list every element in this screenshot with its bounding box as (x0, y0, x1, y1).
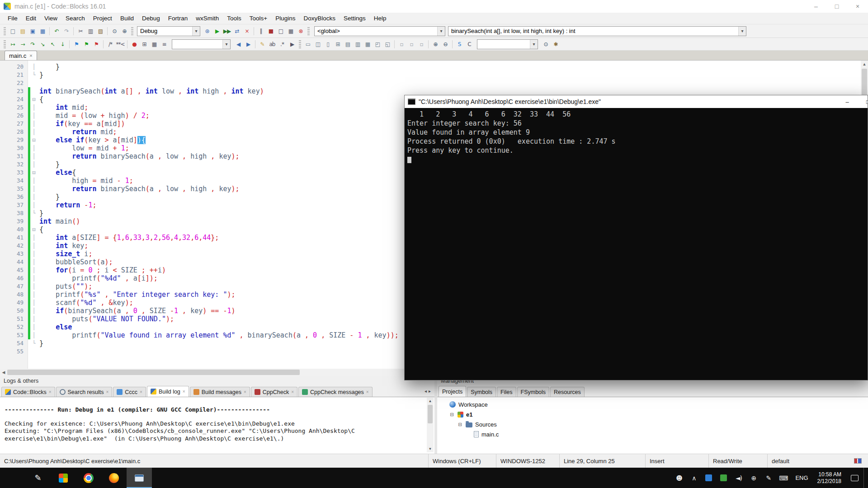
debug-window-icon[interactable]: □ (276, 26, 286, 36)
wxsmith-content-icon[interactable]: C (464, 39, 474, 49)
save-all-icon[interactable]: ▦ (38, 26, 47, 36)
touch-keyboard-icon[interactable]: ⌨ (776, 468, 791, 488)
block-comment-icon[interactable]: /* (105, 39, 115, 49)
run-to-cursor-icon[interactable]: → (18, 39, 28, 49)
next-bookmark-icon[interactable]: ⚑ (91, 39, 101, 49)
build-and-run-icon[interactable]: ▶▶ (222, 26, 232, 36)
close-tab-icon[interactable]: × (244, 389, 246, 394)
find-icon[interactable]: ⊙ (109, 26, 119, 36)
console-titlebar[interactable]: "C:\Users\Phuong Anh\Desktop\C exercise\… (405, 95, 868, 108)
nav-forward-icon[interactable]: ▶ (243, 39, 253, 49)
next-instruction-icon[interactable]: ↓ (57, 39, 67, 49)
undo-icon[interactable]: ↶ (52, 26, 61, 36)
tabs-scroll-right-icon[interactable]: ▸ (429, 389, 431, 394)
next-line-icon[interactable]: ↷ (28, 39, 38, 49)
hidden-icons-chevron[interactable]: ∧ (686, 468, 701, 488)
fold-marker-icon[interactable]: ⊟ (30, 225, 38, 234)
debugging-windows-icon[interactable]: ▦ (286, 26, 296, 36)
tray-green-app-icon[interactable] (720, 474, 727, 481)
menu-plugins[interactable]: Plugins (271, 15, 299, 22)
debugger-target-combo[interactable]: ▾ (172, 39, 231, 49)
action-center-icon[interactable] (851, 475, 859, 481)
toolbar-grip[interactable] (4, 27, 6, 35)
toolbar-grip[interactable] (299, 40, 301, 48)
toolbar-grip[interactable] (4, 40, 6, 48)
save-icon[interactable]: ▣ (28, 26, 38, 36)
chevron-down-icon[interactable]: ▾ (192, 27, 200, 36)
code-line[interactable]: 23int binarySeach(int a[] , int low , in… (0, 87, 861, 95)
taskbar-app-colors[interactable] (51, 468, 76, 488)
replace-icon[interactable]: ⊕ (119, 26, 129, 36)
console-minimize-button[interactable]: – (837, 95, 858, 108)
chevron-down-icon[interactable]: ▾ (530, 40, 538, 49)
management-tab-symbols[interactable]: Symbols (467, 387, 496, 397)
tree-expander-icon[interactable]: ⊟ (449, 412, 455, 417)
tree-item-e1[interactable]: ⊟e1 (437, 409, 868, 419)
scroll-down-icon[interactable]: ▼ (427, 446, 434, 452)
management-tab-fsymbols[interactable]: FSymbols (517, 387, 550, 397)
maximize-button[interactable]: □ (826, 0, 847, 13)
build-icon[interactable]: ⊛ (202, 26, 212, 36)
close-button[interactable]: × (847, 0, 868, 13)
corner-top-icon[interactable]: ◰ (373, 39, 382, 49)
people-icon[interactable]: ☻ (671, 468, 686, 488)
start-button[interactable] (0, 468, 25, 488)
volume-icon[interactable]: ◄) (731, 468, 746, 488)
minimize-button[interactable]: – (806, 0, 826, 13)
menu-build[interactable]: Build (116, 15, 138, 22)
corner-bottom-icon[interactable]: ◱ (382, 39, 392, 49)
fold-marker-icon[interactable]: ⊟ (30, 95, 38, 103)
tab-main-c[interactable]: main.c × (5, 51, 37, 60)
log-scroll-thumb[interactable] (428, 405, 433, 423)
step-into-icon[interactable]: ↘ (38, 39, 47, 49)
grid-icon[interactable]: ⊞ (333, 39, 343, 49)
tab-close-icon[interactable]: × (29, 53, 32, 58)
tabs-scroll-left-icon[interactable]: ◂ (425, 389, 427, 394)
rebuild-icon[interactable]: ⇄ (232, 26, 242, 36)
nav-back-icon[interactable]: ◀ (233, 39, 243, 49)
log-tab-search-results[interactable]: Search results× (56, 387, 113, 397)
toggle-bookmark-icon[interactable]: ⚑ (71, 39, 81, 49)
align-left-icon[interactable]: ▭ (303, 39, 313, 49)
incremental-search-icon[interactable]: ⊙ (541, 39, 551, 49)
close-tab-icon[interactable]: × (140, 389, 142, 394)
management-tab-resources[interactable]: Resources (550, 387, 585, 397)
menu-wxsmith[interactable]: wxSmith (192, 15, 223, 22)
log-tab-code-blocks[interactable]: Code::Blocks× (1, 387, 55, 397)
stop-icon[interactable]: ■ (266, 26, 276, 36)
doxygen-comment-icon[interactable]: **< (115, 39, 125, 49)
menu-settings[interactable]: Settings (340, 15, 370, 22)
fold-marker-icon[interactable]: ⊟ (30, 136, 38, 144)
log-tab-build-log[interactable]: Build log× (147, 386, 189, 397)
toolbar-grip[interactable] (131, 27, 133, 35)
taskbar-app-firefox[interactable] (101, 468, 127, 488)
tray-blue-app-icon[interactable] (705, 474, 712, 481)
windows-ink-icon[interactable]: ✎ (761, 468, 776, 488)
match-case-icon[interactable]: ab (267, 39, 277, 49)
dashed-box-3-icon[interactable]: ▫ (416, 39, 426, 49)
prev-bookmark-icon[interactable]: ⚑ (81, 39, 91, 49)
taskbar-app-chrome[interactable] (76, 468, 101, 488)
log-tab-cppcheck-messages[interactable]: CppCheck messages× (298, 387, 373, 397)
new-file-icon[interactable]: □ (8, 26, 18, 36)
menu-edit[interactable]: Edit (22, 15, 40, 22)
show-desktop-button[interactable] (863, 468, 867, 488)
titlebar[interactable]: main.c [e1] - Code::Blocks 16.01 – □ × (0, 0, 868, 13)
menu-help[interactable]: Help (370, 15, 391, 22)
run-icon[interactable]: ▶ (212, 26, 222, 36)
search-combo[interactable]: ▾ (477, 39, 538, 49)
taskbar-app-active-window[interactable] (127, 468, 152, 488)
memory-dump-icon[interactable]: ▦ (149, 39, 159, 49)
clock[interactable]: 10:58 AM 2/12/2018 (813, 468, 846, 488)
fold-marker-icon[interactable]: ⊟ (30, 169, 38, 177)
cut-icon[interactable]: ✂ (75, 26, 85, 36)
management-tab-projects[interactable]: Projects (439, 386, 466, 397)
tree-expander-icon[interactable]: ⊟ (457, 422, 463, 427)
menu-tools[interactable]: Tools (223, 15, 245, 22)
language-indicator[interactable]: ENG (791, 468, 812, 488)
toolbar-grip[interactable] (307, 27, 310, 35)
chevron-down-icon[interactable]: ▾ (738, 27, 746, 36)
chevron-down-icon[interactable]: ▾ (222, 40, 230, 49)
close-tab-icon[interactable]: × (49, 389, 52, 394)
dashed-box-1-icon[interactable]: ▫ (396, 39, 406, 49)
